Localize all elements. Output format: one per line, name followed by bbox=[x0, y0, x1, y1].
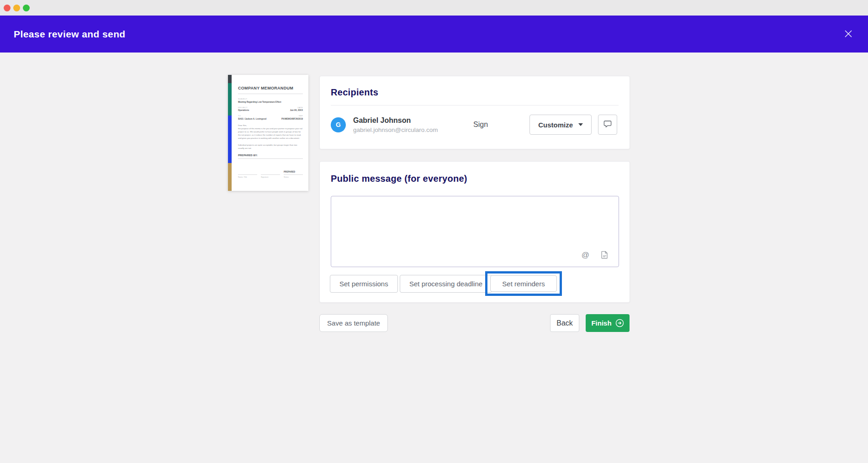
set-processing-deadline-button[interactable]: Set processing deadline bbox=[400, 275, 492, 293]
message-actions-row: Set permissions Set processing deadline … bbox=[320, 271, 630, 297]
window-zoom-button[interactable] bbox=[23, 5, 30, 11]
to-label: TO bbox=[238, 115, 266, 117]
comment-button[interactable] bbox=[598, 115, 617, 135]
set-reminders-button[interactable]: Set reminders bbox=[490, 275, 557, 292]
salutation: Dear Sirs, bbox=[238, 124, 247, 126]
chevron-down-icon bbox=[578, 123, 583, 126]
sign-field-signature: Signature bbox=[261, 176, 280, 178]
recipient-avatar: G bbox=[331, 117, 346, 132]
window-minimize-button[interactable] bbox=[13, 5, 20, 11]
textarea-toolbar: @ bbox=[582, 251, 608, 259]
paragraph-2: Individual projects are quite acceptable… bbox=[238, 143, 303, 150]
save-as-template-button[interactable]: Save as template bbox=[319, 314, 388, 332]
recipient-role-label: Sign bbox=[473, 121, 488, 129]
subject-label: SUBJECT bbox=[238, 98, 303, 100]
document-page-preview: COMPANY MEMORANDUM SUBJECT Meeting Regar… bbox=[232, 75, 308, 191]
window-titlebar bbox=[0, 0, 868, 16]
prepared-label: PREPARED bbox=[284, 171, 303, 174]
set-reminders-highlight-box: Set reminders bbox=[485, 271, 562, 296]
date-value: Jun 06, 20XX bbox=[290, 109, 303, 111]
divider bbox=[238, 94, 303, 94]
window-close-button[interactable] bbox=[4, 5, 11, 11]
comment-icon bbox=[603, 120, 612, 129]
close-icon bbox=[844, 30, 852, 39]
app-header: Please review and send bbox=[0, 16, 868, 53]
document-thumbnail[interactable]: COMPANY MEMORANDUM SUBJECT Meeting Regar… bbox=[228, 75, 308, 191]
ref-label: REF bbox=[281, 115, 303, 117]
project-value: Operations bbox=[238, 109, 249, 111]
recipient-info: Gabriel Johnson gabriel.johnson@circular… bbox=[353, 116, 438, 133]
document-project-date-row: PROJECT Operations DATE Jun 06, 20XX bbox=[238, 106, 303, 112]
set-permissions-button[interactable]: Set permissions bbox=[330, 275, 398, 293]
ref-value: PX/MEMO/IBF26/2019 bbox=[281, 118, 303, 120]
back-button[interactable]: Back bbox=[550, 314, 579, 332]
mention-icon[interactable]: @ bbox=[582, 251, 589, 259]
recipient-name: Gabriel Johnson bbox=[353, 116, 438, 125]
recipients-card: Recipients G Gabriel Johnson gabriel.joh… bbox=[319, 76, 630, 149]
finish-arrow-icon bbox=[615, 319, 624, 327]
date-label: DATE bbox=[290, 106, 303, 109]
sign-field-name-title: Name, Title bbox=[238, 176, 257, 178]
document-body-paragraph: Dear Sirs, the purpose of this memo is f… bbox=[238, 124, 303, 140]
recipients-card-title: Recipients bbox=[331, 87, 619, 98]
sign-field-status: Status bbox=[284, 176, 303, 178]
public-message-card: Public message (for everyone) @ Set perm… bbox=[319, 161, 630, 303]
document-subject-block: SUBJECT Meeting Regarding Low Temperatur… bbox=[238, 98, 303, 103]
subject-value: Meeting Regarding Low Temperature Effect bbox=[238, 101, 303, 103]
attach-document-icon[interactable] bbox=[601, 251, 608, 259]
customize-button[interactable]: Customize bbox=[529, 115, 592, 135]
recipient-email: gabriel.johnson@circularo.com bbox=[353, 126, 438, 133]
paragraph-1: the purpose of this memo is for you and … bbox=[238, 127, 302, 139]
project-label: PROJECT bbox=[238, 106, 249, 109]
page-title: Please review and send bbox=[14, 16, 126, 53]
recipient-row: G Gabriel Johnson gabriel.johnson@circul… bbox=[320, 105, 630, 144]
to-value: SA01 / Judson A. Lovingood bbox=[238, 118, 266, 120]
public-message-card-title: Public message (for everyone) bbox=[331, 174, 619, 184]
public-message-textarea[interactable] bbox=[331, 196, 619, 267]
finish-button-label: Finish bbox=[591, 319, 611, 327]
document-title: COMPANY MEMORANDUM bbox=[238, 86, 303, 90]
prepared-by-heading: PREPARED BY: bbox=[238, 154, 303, 159]
document-signature-row: Name, Title Signature PREPARED Status bbox=[238, 171, 303, 178]
close-button[interactable] bbox=[842, 27, 855, 41]
customize-button-label: Customize bbox=[538, 121, 573, 129]
public-message-field-wrap: @ bbox=[331, 196, 619, 267]
document-to-ref-row: TO SA01 / Judson A. Lovingood REF PX/MEM… bbox=[238, 115, 303, 120]
document-ribbon-decoration bbox=[228, 75, 232, 191]
app-window: Please review and send COMPANY MEMORANDU… bbox=[0, 0, 868, 463]
finish-button[interactable]: Finish bbox=[586, 314, 630, 332]
